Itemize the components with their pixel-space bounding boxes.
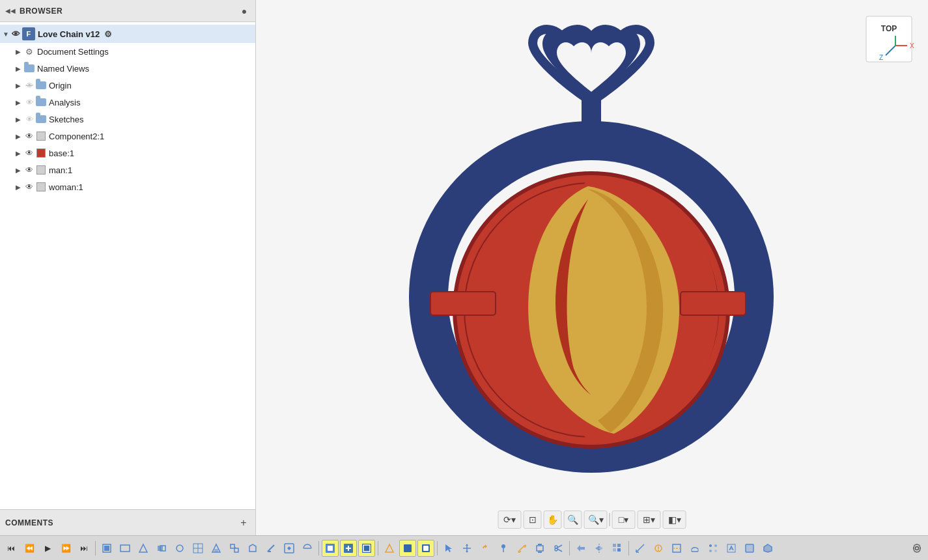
tree-item-analysis[interactable]: ▶ 👁 Analysis bbox=[0, 94, 255, 111]
link-button[interactable] bbox=[513, 540, 530, 557]
zoom-dropdown-button[interactable]: 🔍▾ bbox=[584, 511, 608, 529]
visual-style-button[interactable]: ◧▾ bbox=[663, 511, 686, 529]
play-button[interactable]: ▶ bbox=[39, 540, 56, 557]
tool-3-button[interactable] bbox=[135, 540, 152, 557]
root-label: Love Chain v12 bbox=[38, 29, 100, 39]
tool-9-button[interactable] bbox=[244, 540, 261, 557]
component2-label: Component2:1 bbox=[49, 132, 104, 141]
next-button[interactable]: ⏩ bbox=[57, 540, 74, 557]
hand-button[interactable]: ✋ bbox=[544, 511, 562, 529]
component2-eye-icon[interactable]: 👁 bbox=[23, 130, 35, 142]
tool-6-button[interactable] bbox=[190, 540, 206, 557]
base-icon bbox=[35, 147, 47, 159]
rotate-button[interactable] bbox=[477, 540, 494, 557]
comments-add-button[interactable]: + bbox=[237, 516, 250, 529]
tool-2-button[interactable] bbox=[117, 540, 134, 557]
tool-12-button[interactable] bbox=[299, 540, 316, 557]
sidebar-title: BROWSER bbox=[20, 7, 238, 16]
measure2-button[interactable] bbox=[686, 540, 703, 557]
root-component-icon: F bbox=[22, 27, 35, 40]
tree-item-named-views[interactable]: ▶ Named Views bbox=[0, 60, 255, 77]
man-eye-icon[interactable]: 👁 bbox=[23, 164, 35, 176]
skip-end-button[interactable]: ⏭ bbox=[76, 540, 92, 557]
pan-button[interactable]: ⊡ bbox=[524, 511, 542, 529]
settings-button[interactable] bbox=[908, 540, 925, 557]
svg-line-32 bbox=[268, 545, 274, 552]
origin-eye-icon[interactable]: 👁 bbox=[23, 79, 35, 91]
sketches-label: Sketches bbox=[49, 115, 83, 124]
tool-10-button[interactable] bbox=[262, 540, 279, 557]
svg-point-82 bbox=[709, 550, 712, 552]
pattern-button[interactable] bbox=[705, 540, 722, 557]
prev-button[interactable]: ⏪ bbox=[21, 540, 38, 557]
mirror-button[interactable] bbox=[591, 540, 608, 557]
axis-indicator[interactable]: TOP X Z bbox=[863, 13, 915, 65]
sketches-eye-icon[interactable]: 👁 bbox=[23, 113, 35, 125]
tree-item-origin[interactable]: ▶ 👁 Origin bbox=[0, 77, 255, 94]
svg-rect-86 bbox=[746, 544, 753, 552]
svg-point-80 bbox=[709, 544, 712, 547]
grid-button[interactable]: ⊞▾ bbox=[638, 511, 661, 529]
section-button[interactable] bbox=[668, 540, 685, 557]
doc-settings-gear-icon: ⚙ bbox=[23, 46, 35, 57]
tool-sq2-button[interactable] bbox=[417, 540, 434, 557]
pin-button[interactable] bbox=[495, 540, 512, 557]
display-mode-button[interactable]: □▾ bbox=[612, 511, 636, 529]
sketch-button[interactable] bbox=[723, 540, 740, 557]
tool-tri-button[interactable] bbox=[381, 540, 398, 557]
settings-gear-icon bbox=[912, 543, 922, 553]
tree-item-base[interactable]: ▶ 👁 base:1 bbox=[0, 145, 255, 161]
tree-item-sketches[interactable]: ▶ 👁 Sketches bbox=[0, 111, 255, 128]
array-button[interactable] bbox=[609, 540, 626, 557]
viewport[interactable]: TOP X Z ⟳▾ ⊡ ✋ bbox=[256, 0, 928, 535]
tb-sep-2 bbox=[318, 541, 319, 555]
tool-5-button[interactable] bbox=[171, 540, 188, 557]
active-tool-2-button[interactable] bbox=[340, 540, 357, 557]
tool-sq-button[interactable] bbox=[399, 540, 416, 557]
move-button[interactable] bbox=[458, 540, 475, 557]
zoom-button[interactable]: 🔍 bbox=[564, 511, 582, 529]
svg-marker-63 bbox=[595, 546, 599, 551]
named-views-folder-icon bbox=[23, 63, 35, 74]
tree-item-man[interactable]: ▶ 👁 man:1 bbox=[0, 161, 255, 178]
svg-rect-65 bbox=[613, 544, 616, 547]
base-arrow: ▶ bbox=[13, 148, 23, 158]
measure-button[interactable] bbox=[632, 540, 649, 557]
svg-rect-7 bbox=[430, 292, 496, 315]
svg-rect-9 bbox=[681, 292, 746, 315]
scissors-button[interactable] bbox=[550, 540, 567, 557]
cursor-button[interactable] bbox=[440, 540, 457, 557]
orbit-dropdown-button[interactable]: ⟳▾ bbox=[498, 511, 522, 529]
tool-11-button[interactable] bbox=[281, 540, 298, 557]
active-tool-3-button[interactable] bbox=[358, 540, 375, 557]
origin-folder-icon bbox=[35, 79, 47, 91]
clip-button[interactable] bbox=[531, 540, 548, 557]
svg-line-61 bbox=[557, 549, 562, 552]
tree-item-doc-settings[interactable]: ▶ ⚙ Document Settings bbox=[0, 43, 255, 60]
surface-button[interactable] bbox=[741, 540, 758, 557]
tool-7-button[interactable] bbox=[208, 540, 225, 557]
skip-start-button[interactable]: ⏮ bbox=[3, 540, 20, 557]
analysis-button[interactable] bbox=[650, 540, 667, 557]
tool-8-button[interactable] bbox=[226, 540, 243, 557]
flip-button[interactable] bbox=[572, 540, 589, 557]
solid-button[interactable] bbox=[759, 540, 776, 557]
svg-marker-50 bbox=[466, 544, 468, 546]
sidebar-chevron[interactable]: ◀◀ bbox=[5, 7, 16, 14]
tool-1-button[interactable] bbox=[98, 540, 115, 557]
tool-4-button[interactable] bbox=[153, 540, 170, 557]
base-eye-icon[interactable]: 👁 bbox=[23, 147, 35, 159]
root-settings-icon[interactable]: ⚙ bbox=[102, 28, 114, 40]
sidebar: ◀◀ BROWSER ● ▼ 👁 F Love Chain v12 ⚙ ▶ ⚙ bbox=[0, 0, 256, 535]
tree-item-woman[interactable]: ▶ 👁 woman:1 bbox=[0, 178, 255, 195]
tree-item-component2[interactable]: ▶ 👁 Component2:1 bbox=[0, 128, 255, 145]
component2-arrow: ▶ bbox=[13, 131, 23, 141]
root-item[interactable]: ▼ 👁 F Love Chain v12 ⚙ bbox=[0, 25, 255, 43]
svg-point-59 bbox=[555, 548, 557, 551]
doc-settings-arrow: ▶ bbox=[13, 46, 23, 57]
analysis-eye-icon[interactable]: 👁 bbox=[23, 96, 35, 108]
root-eye-icon[interactable]: 👁 bbox=[10, 28, 22, 40]
active-tool-1-button[interactable] bbox=[322, 540, 339, 557]
sidebar-close-button[interactable]: ● bbox=[238, 5, 250, 17]
woman-eye-icon[interactable]: 👁 bbox=[23, 181, 35, 193]
